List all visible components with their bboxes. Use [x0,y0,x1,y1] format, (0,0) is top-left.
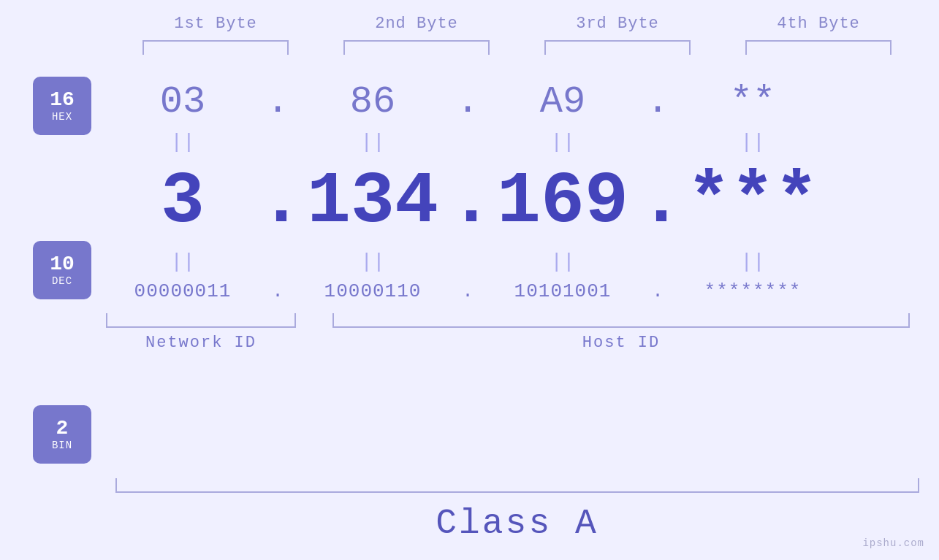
id-brackets-section: Network ID Host ID [106,313,939,352]
dec-byte-3: 169 [486,166,639,239]
hex-byte-3: A9 [486,80,639,123]
hex-byte-2: 86 [296,80,449,123]
eq-5: || [106,250,259,273]
hex-badge: 16 HEX [33,77,91,135]
dec-row: 3 . 134 . 169 . *** [106,161,939,243]
eq-1: || [106,131,259,153]
eq-4: || [676,131,829,153]
hex-byte-4: ** [676,80,829,123]
bracket-top-1 [142,40,289,55]
bin-badge-number: 2 [56,418,69,440]
eq-8: || [676,250,829,273]
eq-3: || [486,131,639,153]
bracket-top-3 [544,40,691,55]
equals-row-1: || || || || [106,131,939,153]
bracket-top-4 [745,40,892,55]
dec-byte-2: 134 [296,166,449,239]
dec-dot-2: . [449,161,486,243]
hex-badge-number: 16 [50,89,75,112]
byte-label-4: 4th Byte [738,15,899,33]
full-bottom-bracket [115,478,919,493]
byte-label-1: 1st Byte [135,15,296,33]
bin-byte-2: 10000110 [296,280,449,302]
bin-badge: 2 BIN [33,405,91,464]
bin-byte-3: 10101001 [486,280,639,302]
dec-badge: 10 DEC [33,241,91,299]
eq-2: || [296,131,449,153]
class-label-row: Class A [115,504,919,543]
bracket-host-id [332,313,910,328]
hex-dot-1: . [259,80,296,123]
dec-dot-1: . [259,161,296,243]
dec-dot-3: . [639,161,676,243]
eq-7: || [486,250,639,273]
dec-byte-1: 3 [106,166,259,239]
hex-badge-label: HEX [52,111,72,123]
bin-badge-label: BIN [52,440,72,451]
byte-label-2: 2nd Byte [336,15,497,33]
bin-dot-2: . [449,280,486,302]
main-container: 1st Byte 2nd Byte 3rd Byte 4th Byte 16 H… [0,0,939,560]
eq-6: || [296,250,449,273]
bottom-brackets-row [106,313,910,328]
bin-dot-3: . [639,280,676,302]
hex-dot-2: . [449,80,486,123]
byte-label-3: 3rd Byte [537,15,698,33]
bin-dot-1: . [259,280,296,302]
badges-column: 16 HEX 10 DEC 2 BIN [33,77,91,464]
class-label: Class A [436,504,598,543]
bin-byte-1: 00000011 [106,280,259,302]
byte-labels-row: 1st Byte 2nd Byte 3rd Byte 4th Byte [115,15,919,33]
dec-byte-4: *** [676,166,829,239]
dec-badge-number: 10 [50,253,75,276]
data-section: 03 . 86 . A9 . ** || || || || 3 . [106,69,939,352]
host-id-label: Host ID [332,334,910,352]
bin-row: 00000011 . 10000110 . 10101001 . *******… [106,280,939,302]
watermark: ipshu.com [862,537,924,549]
bin-byte-4: ******** [676,280,829,302]
equals-row-2: || || || || [106,250,939,273]
hex-byte-1: 03 [106,80,259,123]
hex-row: 03 . 86 . A9 . ** [106,80,939,123]
network-id-label: Network ID [106,334,296,352]
dec-badge-label: DEC [52,275,72,287]
bracket-network-id [106,313,296,328]
hex-dot-3: . [639,80,676,123]
top-brackets [115,40,919,55]
id-labels-row: Network ID Host ID [106,334,910,352]
bracket-top-2 [343,40,490,55]
